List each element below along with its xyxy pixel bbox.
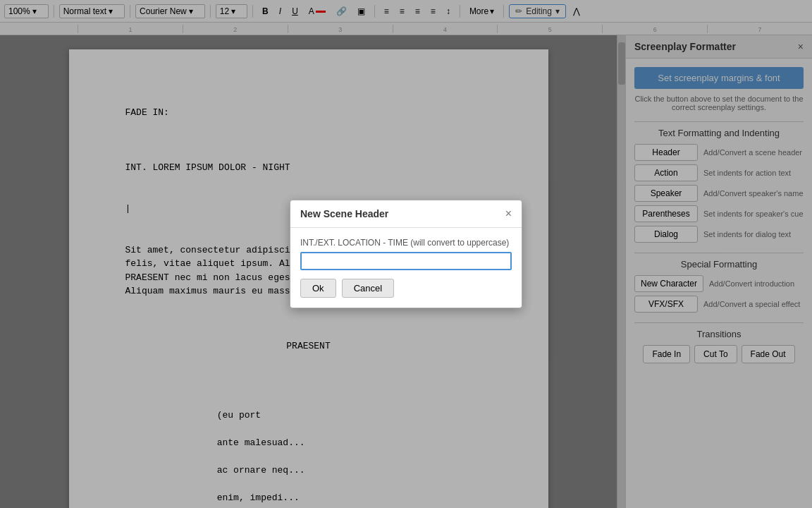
modal-hint: INT./EXT. LOCATION - TIME (will convert …: [300, 238, 512, 248]
modal-input[interactable]: [300, 252, 512, 270]
modal-footer: Ok Cancel: [300, 279, 512, 298]
modal-overlay[interactable]: New Scene Header × INT./EXT. LOCATION - …: [0, 0, 812, 508]
modal-ok-button[interactable]: Ok: [300, 279, 336, 298]
modal-close-button[interactable]: ×: [505, 207, 512, 220]
modal-header: New Scene Header ×: [290, 200, 522, 228]
modal-cancel-button[interactable]: Cancel: [342, 279, 394, 298]
modal-dialog: New Scene Header × INT./EXT. LOCATION - …: [290, 200, 522, 308]
modal-title: New Scene Header: [300, 208, 388, 219]
modal-body: INT./EXT. LOCATION - TIME (will convert …: [290, 228, 522, 308]
